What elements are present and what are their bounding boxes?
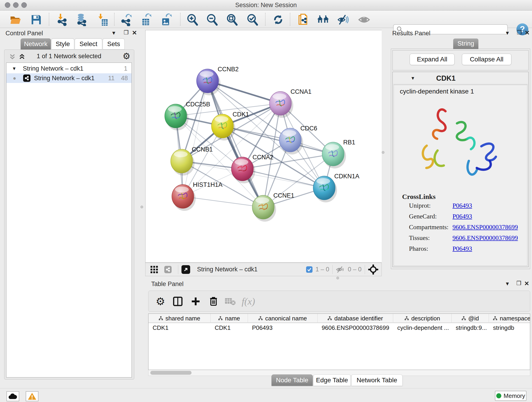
panel-close-icon[interactable]: ✕	[132, 29, 137, 36]
import-network-database-icon[interactable]	[75, 13, 88, 26]
column-header-namespace[interactable]: namespace	[489, 314, 530, 323]
grid-view-icon[interactable]	[150, 265, 158, 274]
cloud-button[interactable]	[6, 391, 19, 401]
table-gear-icon[interactable]: ⚙	[153, 291, 167, 312]
network-node-ccna1[interactable]: CCNA1	[269, 88, 312, 118]
zoom-selected-icon[interactable]	[246, 13, 259, 26]
panel-float-icon[interactable]: ❒	[124, 29, 129, 36]
table-cell[interactable]: 9606.ENSP00000378699	[317, 323, 393, 332]
node-table[interactable]: shared namenamecanonical namedatabase id…	[148, 313, 530, 370]
tab-edge-table[interactable]: Edge Table	[313, 375, 351, 386]
import-network-icon[interactable]	[56, 13, 69, 26]
right-splitter-handle[interactable]	[382, 151, 385, 154]
network-collection-row[interactable]: ▼ String Network – cdk1 1	[6, 64, 132, 73]
zoom-fit-icon[interactable]	[226, 13, 239, 26]
tab-style[interactable]: Style	[51, 38, 74, 50]
import-table-icon[interactable]	[96, 13, 109, 26]
tab-network-table[interactable]: Network Table	[351, 375, 403, 386]
column-header-canonical-name[interactable]: canonical name	[248, 314, 317, 323]
select-columns-icon[interactable]	[171, 291, 185, 312]
export-network-icon[interactable]	[120, 13, 133, 26]
collapse-triangle-icon[interactable]: ▼	[411, 76, 415, 81]
open-session-icon[interactable]	[9, 13, 22, 26]
tab-network[interactable]: Network	[21, 38, 51, 50]
gene-card-header[interactable]: ▼ CDK1	[393, 72, 528, 84]
table-cell[interactable]: CDK1	[210, 323, 248, 332]
network-node-cdc25b[interactable]: CDC25B	[165, 101, 210, 130]
column-header--id[interactable]: @id	[452, 314, 489, 323]
network-node-ccnb1[interactable]: CCNB1	[171, 146, 213, 176]
network-node-cdc6[interactable]: CDC6	[279, 125, 317, 154]
delete-table-icon[interactable]	[223, 291, 237, 312]
column-header-name[interactable]: name	[210, 314, 248, 323]
tab-select[interactable]: Select	[75, 38, 102, 50]
table-cell[interactable]: stringdb:9...	[452, 323, 489, 332]
add-column-icon[interactable]	[189, 291, 203, 312]
network-node-ccne1[interactable]: CCNE1	[252, 192, 294, 222]
hide-unhide-icon[interactable]	[337, 13, 350, 26]
expander-triangle-icon[interactable]: ▼	[12, 66, 17, 71]
network-canvas[interactable]: CCNB2CCNA1CDC25BCDK1CDC6RB1CCNB1CCNA2CDK…	[145, 30, 382, 263]
string-home-icon[interactable]	[317, 13, 330, 26]
collapse-all-button[interactable]: Collapse All	[462, 54, 511, 65]
string-network-graph[interactable]: CCNB2CCNA1CDC25BCDK1CDC6RB1CCNB1CCNA2CDK…	[146, 30, 381, 262]
panel-close-icon[interactable]: ✕	[525, 29, 530, 36]
save-session-icon[interactable]	[30, 13, 43, 26]
crosslink-value-link[interactable]: P06493	[452, 213, 472, 220]
gear-icon[interactable]: ⚙	[123, 51, 130, 61]
delete-column-icon[interactable]	[207, 291, 220, 312]
share-document-icon[interactable]	[297, 13, 310, 26]
zoom-window-button[interactable]	[21, 2, 27, 8]
column-type-icon	[258, 316, 263, 321]
tab-sets[interactable]: Sets	[103, 38, 125, 50]
column-header-description[interactable]: description	[393, 314, 452, 323]
crosslink-value-link[interactable]: 9606.ENSP00000378699	[452, 234, 518, 242]
birdseye-crosshair-icon[interactable]	[368, 264, 378, 274]
left-splitter-handle[interactable]	[140, 206, 143, 208]
refresh-icon[interactable]	[272, 13, 285, 26]
network-node-cdk1[interactable]: CDK1	[211, 111, 249, 140]
network-node-ccna2[interactable]: CCNA2	[231, 154, 273, 183]
scrollbar-thumb[interactable]	[150, 371, 191, 375]
memory-button[interactable]: Memory	[495, 391, 526, 401]
panel-menu-caret[interactable]: ▾	[506, 29, 509, 36]
crosslink-value-link[interactable]: P06493	[452, 202, 472, 209]
network-edge[interactable]	[208, 81, 263, 207]
function-builder-icon[interactable]: f(x)	[239, 291, 258, 312]
network-node-hist1h1a[interactable]: HIST1H1A	[172, 181, 222, 211]
panel-float-icon[interactable]: ❒	[517, 29, 522, 36]
zoom-out-icon[interactable]	[206, 13, 219, 26]
close-window-button[interactable]	[5, 2, 10, 8]
network-row[interactable]: ● String Network – cdk1 11 48	[6, 73, 132, 83]
tab-string[interactable]: String	[453, 38, 478, 49]
column-header-database-identifier[interactable]: database identifier	[317, 314, 393, 323]
detach-view-icon[interactable]	[181, 265, 190, 274]
column-header-shared-name[interactable]: shared name	[148, 314, 210, 323]
table-cell[interactable]: cyclin-dependent ...	[393, 323, 452, 332]
hidden-eye-icon[interactable]	[336, 266, 346, 273]
tab-node-table[interactable]: Node Table	[272, 375, 313, 386]
panel-close-icon[interactable]: ✕	[524, 280, 529, 287]
expand-all-button[interactable]: Expand All	[410, 54, 455, 65]
network-node-rb1[interactable]: RB1	[322, 139, 355, 168]
table-cell[interactable]: stringdb	[489, 323, 530, 332]
panel-menu-caret[interactable]: ▾	[112, 29, 115, 36]
network-node-cdkn1a[interactable]: CDKN1A	[313, 173, 360, 202]
control-panel: Control Panel ▾ ❒ ✕ Network Style Select…	[3, 29, 136, 380]
table-cell[interactable]: P06493	[248, 323, 317, 332]
bottom-splitter-handle[interactable]	[336, 277, 339, 279]
table-cell[interactable]: CDK1	[148, 323, 210, 332]
crosslink-value-link[interactable]: P06493	[452, 245, 472, 252]
show-graphics-details-icon[interactable]	[358, 13, 371, 26]
minimize-window-button[interactable]	[13, 2, 19, 8]
export-table-icon[interactable]	[139, 13, 152, 26]
crosslink-value-link[interactable]: 9606.ENSP00000378699	[452, 223, 518, 231]
export-image-icon[interactable]	[159, 13, 172, 26]
selected-checkbox-icon[interactable]	[306, 266, 313, 273]
network-view-type-icon[interactable]	[164, 266, 172, 273]
zoom-in-icon[interactable]	[186, 13, 199, 26]
network-node-ccnb2[interactable]: CCNB2	[196, 66, 239, 95]
panel-float-icon[interactable]: ❒	[516, 280, 521, 287]
panel-menu-caret[interactable]: ▾	[506, 280, 509, 287]
warning-button[interactable]	[26, 391, 38, 401]
